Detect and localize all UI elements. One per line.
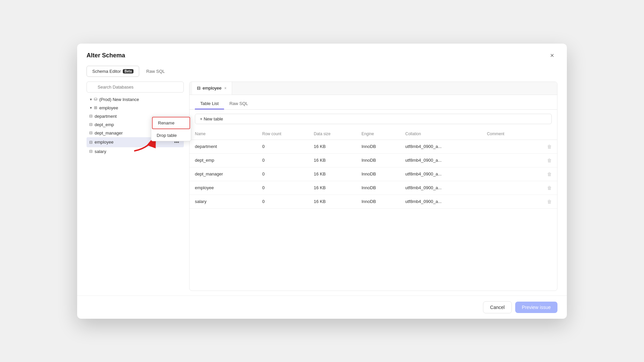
- table-icon: ⊟: [89, 122, 93, 127]
- db-tab-close[interactable]: ×: [223, 85, 227, 91]
- delete-row-button[interactable]: 🗑: [530, 153, 557, 167]
- col-data-size: Data size: [308, 128, 356, 140]
- cell-name: department: [190, 140, 257, 153]
- tab-raw-sql-top[interactable]: Raw SQL: [141, 66, 171, 77]
- tree-item-database[interactable]: ▼ ⊞ employee: [87, 104, 184, 112]
- table-icon: ⊟: [89, 140, 93, 145]
- cell-row-count: 0: [257, 181, 309, 195]
- cell-comment: [482, 153, 531, 167]
- col-comment: Comment: [482, 128, 531, 140]
- cell-name: dept_manager: [190, 167, 257, 181]
- table-icon: ⊟: [89, 149, 93, 154]
- cell-comment: [482, 181, 531, 195]
- top-tab-bar: Schema Editor Beta Raw SQL: [77, 61, 567, 77]
- cell-collation: utf8mb4_0900_a...: [400, 167, 481, 181]
- context-menu: Rename Drop table: [151, 116, 191, 141]
- main-content: ⊟ employee × Table List Raw SQL + New ta…: [189, 82, 557, 291]
- cell-data-size: 16 KB: [308, 153, 356, 167]
- modal-title: Alter Schema: [87, 52, 125, 59]
- table-row: dept_emp 0 16 KB InnoDB utf8mb4_0900_a..…: [190, 153, 557, 167]
- table-icon: ⊟: [89, 114, 93, 118]
- search-input[interactable]: [87, 82, 184, 93]
- cell-engine: InnoDB: [356, 181, 400, 195]
- cell-row-count: 0: [257, 167, 309, 181]
- modal-body: 🔍 ▼ ⛁ (Prod) New Instance ▼ ⊞ employee: [77, 77, 567, 296]
- context-menu-drop-table[interactable]: Drop table: [151, 130, 191, 141]
- cell-name: dept_emp: [190, 153, 257, 167]
- new-table-button[interactable]: + New table: [195, 114, 552, 124]
- delete-row-button[interactable]: 🗑: [530, 181, 557, 195]
- col-engine: Engine: [356, 128, 400, 140]
- preview-issue-button[interactable]: Preview issue: [515, 302, 557, 313]
- cell-data-size: 16 KB: [308, 167, 356, 181]
- table-row: dept_manager 0 16 KB InnoDB utf8mb4_0900…: [190, 167, 557, 181]
- instance-icon: ⛁: [94, 97, 97, 102]
- delete-row-button[interactable]: 🗑: [530, 140, 557, 153]
- tab-table-list[interactable]: Table List: [195, 98, 224, 109]
- cell-row-count: 0: [257, 153, 309, 167]
- cell-collation: utf8mb4_0900_a...: [400, 195, 481, 208]
- db-tab-icon: ⊟: [197, 86, 201, 91]
- cell-name: employee: [190, 181, 257, 195]
- modal-footer: Cancel Preview issue: [77, 296, 567, 319]
- db-tab-label: employee: [203, 86, 221, 91]
- cell-engine: InnoDB: [356, 167, 400, 181]
- cell-comment: [482, 195, 531, 208]
- table-icon: ⊟: [89, 131, 93, 135]
- cell-data-size: 16 KB: [308, 140, 356, 153]
- cell-engine: InnoDB: [356, 195, 400, 208]
- tree-item-salary[interactable]: ⊟ salary: [87, 147, 184, 156]
- chevron-down-icon-db: ▼: [89, 106, 93, 110]
- col-name: Name: [190, 128, 257, 140]
- table-row: employee 0 16 KB InnoDB utf8mb4_0900_a..…: [190, 181, 557, 195]
- cell-row-count: 0: [257, 195, 309, 208]
- schema-table: Name Row count Data size Engine Collatio…: [190, 128, 557, 209]
- context-menu-rename[interactable]: Rename: [152, 117, 190, 129]
- tab-raw-sql[interactable]: Raw SQL: [224, 98, 254, 109]
- cell-collation: utf8mb4_0900_a...: [400, 140, 481, 153]
- cell-comment: [482, 167, 531, 181]
- cell-name: salary: [190, 195, 257, 208]
- delete-row-button[interactable]: 🗑: [530, 195, 557, 208]
- col-collation: Collation: [400, 128, 481, 140]
- search-wrapper: 🔍: [87, 82, 184, 93]
- chevron-down-icon: ▼: [89, 98, 93, 101]
- table-row: department 0 16 KB InnoDB utf8mb4_0900_a…: [190, 140, 557, 153]
- cell-data-size: 16 KB: [308, 181, 356, 195]
- cell-collation: utf8mb4_0900_a...: [400, 153, 481, 167]
- db-tab-employee[interactable]: ⊟ employee ×: [192, 82, 232, 95]
- content-tabs: Table List Raw SQL: [190, 95, 557, 110]
- cancel-button[interactable]: Cancel: [483, 301, 512, 313]
- cell-data-size: 16 KB: [308, 195, 356, 208]
- beta-badge: Beta: [123, 69, 133, 73]
- modal: Alter Schema × Schema Editor Beta Raw SQ…: [77, 44, 567, 319]
- cell-row-count: 0: [257, 140, 309, 153]
- database-icon: ⊞: [94, 105, 97, 110]
- modal-header: Alter Schema ×: [77, 44, 567, 61]
- tab-schema-editor[interactable]: Schema Editor Beta: [87, 66, 139, 77]
- tree-item-instance[interactable]: ▼ ⛁ (Prod) New Instance: [87, 95, 184, 104]
- cell-comment: [482, 140, 531, 153]
- cell-engine: InnoDB: [356, 153, 400, 167]
- db-tab-header: ⊟ employee ×: [190, 82, 557, 95]
- table-container: Name Row count Data size Engine Collatio…: [190, 128, 557, 291]
- col-actions: [530, 128, 557, 140]
- col-row-count: Row count: [257, 128, 309, 140]
- table-row: salary 0 16 KB InnoDB utf8mb4_0900_a... …: [190, 195, 557, 208]
- sidebar: 🔍 ▼ ⛁ (Prod) New Instance ▼ ⊞ employee: [87, 82, 184, 291]
- cell-collation: utf8mb4_0900_a...: [400, 181, 481, 195]
- delete-row-button[interactable]: 🗑: [530, 167, 557, 181]
- cell-engine: InnoDB: [356, 140, 400, 153]
- close-button[interactable]: ×: [547, 50, 557, 61]
